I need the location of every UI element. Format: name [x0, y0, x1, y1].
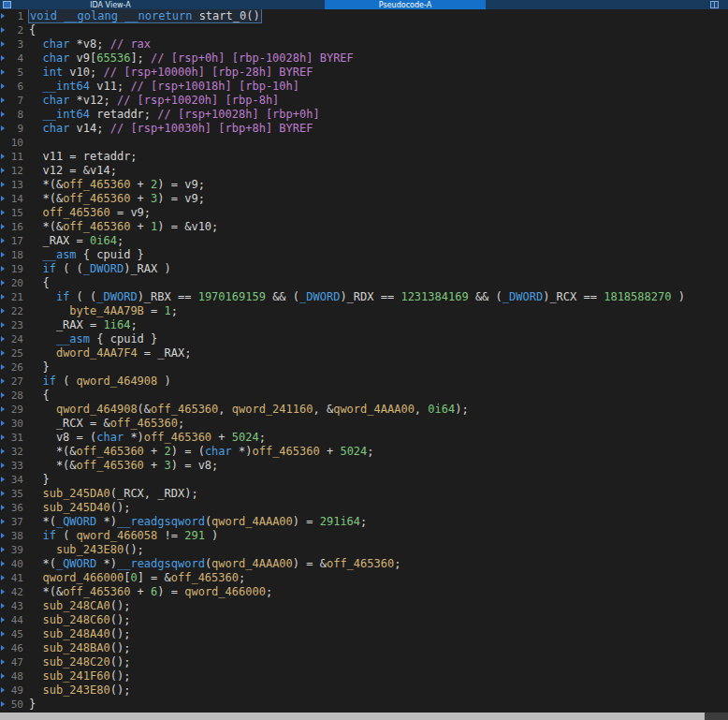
code-line[interactable]: 43 sub_248CA0();	[0, 599, 728, 613]
line-number: 25	[7, 346, 29, 360]
line-number: 47	[7, 655, 29, 669]
jump-arrow-icon	[0, 403, 7, 417]
code-line[interactable]: 1void __golang __noreturn start_0()	[0, 9, 728, 23]
line-number: 32	[7, 445, 29, 459]
code-line[interactable]: 15 off_465360 = v9;	[0, 206, 728, 220]
code-line[interactable]: 26 }	[0, 360, 728, 375]
code-text: *(&off_465360 + 1) = &v10;	[29, 220, 218, 234]
code-line[interactable]: 42 *(&off_465360 + 6) = qword_466000;	[0, 585, 728, 599]
pseudocode-view: 1void __golang __noreturn start_0()2{3 c…	[0, 9, 728, 713]
code-line[interactable]: 3 char *v8; // rax	[0, 37, 728, 51]
code-text: v8 = (char *)off_465360 + 5024;	[29, 431, 266, 445]
line-number: 41	[7, 571, 29, 585]
line-number: 6	[7, 80, 29, 94]
code-text: char *v8; // rax	[29, 37, 151, 51]
line-number: 16	[7, 220, 29, 234]
code-line[interactable]: 41 qword_466000[0] = &off_465360;	[0, 571, 728, 585]
line-number: 10	[7, 136, 29, 150]
code-line[interactable]: 27 if ( qword_464908 )	[0, 375, 728, 389]
code-line[interactable]: 6 __int64 v11; // [rsp+10018h] [rbp-10h]	[0, 80, 728, 94]
line-number: 46	[7, 641, 29, 655]
line-number: 7	[7, 94, 29, 108]
line-number: 24	[7, 332, 29, 346]
code-line[interactable]: 38 if ( qword_466058 != 291 )	[0, 529, 728, 543]
code-line[interactable]: 4 char v9[65536]; // [rsp+0h] [rbp-10028…	[0, 51, 728, 66]
code-line[interactable]: 5 int v10; // [rsp+10000h] [rbp-28h] BYR…	[0, 66, 728, 80]
code-line[interactable]: 45 sub_248A40();	[0, 627, 728, 641]
code-line[interactable]: 19 if ( (_DWORD)_RAX )	[0, 262, 728, 276]
code-line[interactable]: 18 __asm { cpuid }	[0, 248, 728, 262]
jump-arrow-icon	[0, 318, 7, 332]
code-text: sub_248C20();	[29, 655, 130, 669]
code-line[interactable]: 13 *(&off_465360 + 2) = v9;	[0, 178, 728, 192]
jump-arrow-icon	[0, 220, 7, 234]
code-line[interactable]: 9 char v14; // [rsp+10030h] [rbp+8h] BYR…	[0, 122, 728, 136]
code-line[interactable]: 25 dword_4AA7F4 = _RAX;	[0, 346, 728, 360]
code-line[interactable]: 40 *(_QWORD *)__readgsqword(qword_4AAA00…	[0, 557, 728, 571]
code-line[interactable]: 29 qword_464908(&off_465360, qword_24116…	[0, 403, 728, 417]
code-line[interactable]: 39 sub_243E80();	[0, 543, 728, 557]
code-text: sub_245DA0(_RCX, _RDX);	[29, 487, 198, 501]
jump-arrow-icon	[0, 66, 7, 80]
code-line[interactable]: 36 sub_245D40();	[0, 501, 728, 515]
code-line[interactable]: 47 sub_248C20();	[0, 655, 728, 669]
jump-arrow-icon	[0, 192, 7, 206]
jump-arrow-icon	[0, 276, 7, 290]
code-line[interactable]: 20 {	[0, 276, 728, 290]
jump-arrow-icon	[0, 417, 7, 431]
line-number: 34	[7, 473, 29, 487]
line-number: 35	[7, 487, 29, 501]
layout-grid-icon[interactable]	[710, 1, 719, 8]
line-number: 45	[7, 627, 29, 641]
jump-arrow-icon	[0, 332, 7, 346]
code-text: *(&off_465360 + 2) = v9;	[29, 178, 205, 192]
code-line[interactable]: 17 _RAX = 0i64;	[0, 234, 728, 248]
jump-arrow-icon	[0, 599, 7, 613]
horizontal-scrollbar[interactable]	[0, 713, 728, 720]
code-line[interactable]: 31 v8 = (char *)off_465360 + 5024;	[0, 431, 728, 445]
tab-pseudocode[interactable]: Pseudocode-A	[325, 0, 486, 9]
line-number: 14	[7, 192, 29, 206]
code-line[interactable]: 46 sub_248BA0();	[0, 641, 728, 655]
jump-arrow-icon	[0, 262, 7, 276]
code-line[interactable]: 49 sub_243E80();	[0, 683, 728, 698]
line-number: 36	[7, 501, 29, 515]
scrollbar-thumb[interactable]	[0, 713, 705, 720]
code-line[interactable]: 32 *(&off_465360 + 2) = (char *)off_4653…	[0, 445, 728, 459]
code-text: byte_4AA79B = 1;	[29, 304, 178, 318]
code-line[interactable]: 50}	[0, 698, 728, 712]
window-icon[interactable]	[3, 1, 11, 8]
code-line[interactable]: 48 sub_241F60();	[0, 669, 728, 683]
line-number: 15	[7, 206, 29, 220]
code-line[interactable]: 28 {	[0, 389, 728, 403]
code-line[interactable]: 23 _RAX = 1i64;	[0, 318, 728, 332]
code-line[interactable]: 30 _RCX = &off_465360;	[0, 417, 728, 431]
code-line[interactable]: 22 byte_4AA79B = 1;	[0, 304, 728, 318]
code-line[interactable]: 35 sub_245DA0(_RCX, _RDX);	[0, 487, 728, 501]
line-number: 30	[7, 417, 29, 431]
code-text: _RAX = 0i64;	[29, 234, 124, 248]
code-line[interactable]: 16 *(&off_465360 + 1) = &v10;	[0, 220, 728, 234]
jump-arrow-icon	[0, 529, 7, 543]
line-number: 27	[7, 375, 29, 389]
code-line[interactable]: 11 v11 = retaddr;	[0, 150, 728, 164]
code-line[interactable]: 12 v12 = &v14;	[0, 164, 728, 178]
code-text: sub_241F60();	[29, 669, 130, 683]
code-line[interactable]: 7 char *v12; // [rsp+10020h] [rbp-8h]	[0, 94, 728, 108]
code-line[interactable]: 33 *(&off_465360 + 3) = v8;	[0, 459, 728, 473]
code-line[interactable]: 2{	[0, 23, 728, 37]
line-number: 12	[7, 164, 29, 178]
code-line[interactable]: 21 if ( (_DWORD)_RBX == 1970169159 && (_…	[0, 290, 728, 304]
tab-ida-view[interactable]: IDA View-A	[17, 0, 204, 9]
line-number: 2	[7, 23, 29, 37]
code-line[interactable]: 44 sub_248C60();	[0, 613, 728, 627]
code-line[interactable]: 37 *(_QWORD *)__readgsqword(qword_4AAA00…	[0, 515, 728, 529]
jump-arrow-icon	[0, 122, 7, 136]
jump-arrow-icon	[0, 346, 7, 360]
code-line[interactable]: 14 *(&off_465360 + 3) = v9;	[0, 192, 728, 206]
jump-arrow-icon	[0, 164, 7, 178]
code-line[interactable]: 34 }	[0, 473, 728, 487]
code-line[interactable]: 24 __asm { cpuid }	[0, 332, 728, 346]
code-line[interactable]: 10	[0, 136, 728, 150]
code-line[interactable]: 8 __int64 retaddr; // [rsp+10028h] [rbp+…	[0, 108, 728, 122]
